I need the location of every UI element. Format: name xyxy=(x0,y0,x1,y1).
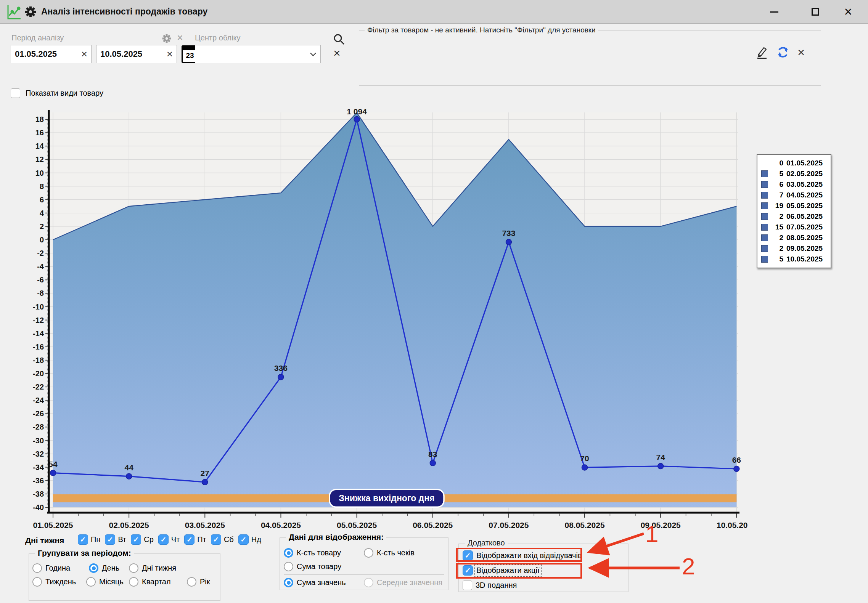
y-tick-label: -24 xyxy=(33,396,44,404)
radio-button[interactable] xyxy=(187,577,196,587)
radio-button[interactable] xyxy=(32,563,42,573)
settings-gear-icon[interactable] xyxy=(24,6,37,18)
date-from-clear-icon[interactable]: × xyxy=(81,50,87,58)
center-clear-icon[interactable]: × xyxy=(333,47,341,59)
radio-label: Сума товару xyxy=(297,562,341,571)
weekday-item[interactable]: ✓Пт xyxy=(184,534,206,545)
weekday-label: Вт xyxy=(118,535,126,544)
weekday-item[interactable]: ✓Нд xyxy=(238,534,261,545)
data-point-marker[interactable] xyxy=(278,374,284,380)
legend-date: 07.05.2025 xyxy=(786,223,823,231)
radio-option[interactable]: Година xyxy=(32,563,70,573)
show-product-types-row[interactable]: Показати види товару xyxy=(11,88,103,98)
radio-button[interactable] xyxy=(284,548,293,558)
radio-button[interactable] xyxy=(89,563,98,573)
date-to-clear-icon[interactable]: × xyxy=(167,50,173,58)
date-to-field[interactable]: 10.05.2025 × xyxy=(96,45,177,63)
data-point-marker[interactable] xyxy=(202,479,208,485)
radio-button[interactable] xyxy=(86,577,96,587)
radio-option[interactable]: Квартал xyxy=(129,577,171,587)
weekday-checkbox[interactable]: ✓ xyxy=(105,534,115,545)
legend-value: 2 xyxy=(771,244,783,253)
extra-option[interactable]: 3D подання xyxy=(463,580,517,590)
accounting-center-combo[interactable] xyxy=(195,45,321,63)
y-tick-label: 4 xyxy=(40,209,44,217)
data-point-marker[interactable] xyxy=(354,117,360,122)
y-tick-label: -14 xyxy=(33,329,44,338)
radio-option[interactable]: К-сть товару xyxy=(284,548,341,558)
data-point-marker[interactable] xyxy=(582,465,588,470)
legend-value: 7 xyxy=(771,191,783,199)
data-point-marker[interactable] xyxy=(506,239,511,245)
extra-checkbox[interactable] xyxy=(463,581,472,590)
data-point-marker[interactable] xyxy=(50,470,56,476)
radio-option[interactable]: Дні тижня xyxy=(129,563,176,573)
refresh-icon[interactable] xyxy=(776,45,790,59)
weekday-checkbox[interactable]: ✓ xyxy=(158,534,169,545)
y-tick-label: -26 xyxy=(33,409,44,418)
y-tick-label: -28 xyxy=(33,423,44,431)
radio-option[interactable]: День xyxy=(89,563,119,573)
minimize-button[interactable] xyxy=(762,0,786,24)
product-filter-groupbox: Фільтр за товаром - не активний. Натисні… xyxy=(359,30,821,86)
date-to-value: 10.05.2025 xyxy=(100,49,167,59)
edit-pencil-icon[interactable] xyxy=(755,45,768,59)
data-point-marker[interactable] xyxy=(658,463,664,469)
legend-value: 2 xyxy=(771,234,783,242)
period-settings-gear-icon[interactable] xyxy=(162,34,172,43)
weekday-item[interactable]: ✓Ср xyxy=(131,534,154,545)
y-tick-label: -10 xyxy=(33,303,44,311)
weekday-checkbox[interactable]: ✓ xyxy=(131,534,141,545)
radio-label: Місяць xyxy=(99,577,124,586)
radio-button[interactable] xyxy=(32,577,42,587)
data-point-marker[interactable] xyxy=(126,473,132,479)
sales-intensity-chart[interactable]: Знижка вихідного дня5444273361 094837337… xyxy=(23,107,747,530)
legend-row: 208.05.2025 xyxy=(761,233,828,243)
app-chart-icon xyxy=(6,4,21,20)
radio-button[interactable] xyxy=(364,548,373,558)
weekday-item[interactable]: ✓Пн xyxy=(78,534,100,545)
maximize-button[interactable] xyxy=(803,0,828,24)
annotation-rect-2 xyxy=(456,563,582,579)
radio-option[interactable]: Місяць xyxy=(86,577,124,587)
x-tick-label: 05.05.2025 xyxy=(337,521,377,529)
weekday-checkbox[interactable]: ✓ xyxy=(211,534,221,545)
display-data-title: Дані для відображення: xyxy=(286,532,386,542)
y-tick-label: 14 xyxy=(35,142,44,150)
radio-button[interactable] xyxy=(284,562,293,571)
show-product-types-label: Показати види товару xyxy=(26,89,103,98)
radio-button[interactable] xyxy=(129,577,138,587)
legend-square xyxy=(761,224,768,231)
period-clear-icon[interactable]: × xyxy=(177,32,183,44)
weekday-checkbox[interactable]: ✓ xyxy=(184,534,194,545)
weekday-item[interactable]: ✓Вт xyxy=(105,534,126,545)
filter-clear-icon[interactable]: × xyxy=(797,47,805,58)
close-button[interactable]: × xyxy=(836,0,860,24)
y-tick-label: -32 xyxy=(33,450,44,458)
data-point-marker[interactable] xyxy=(734,466,739,472)
radio-button xyxy=(364,578,373,587)
weekday-checkbox[interactable]: ✓ xyxy=(78,534,88,545)
data-point-label: 70 xyxy=(580,454,589,463)
weekday-item[interactable]: ✓Сб xyxy=(211,534,234,545)
weekday-checkbox[interactable]: ✓ xyxy=(238,534,249,545)
radio-option[interactable]: Рік xyxy=(187,577,210,587)
y-tick-label: -34 xyxy=(33,463,44,471)
search-icon[interactable] xyxy=(333,33,346,46)
radio-option[interactable]: Сума товару xyxy=(284,561,341,572)
legend-date: 09.05.2025 xyxy=(786,244,823,253)
date-from-field[interactable]: 01.05.2025 × xyxy=(11,45,92,63)
weekday-item[interactable]: ✓Чт xyxy=(158,534,180,545)
show-product-types-checkbox[interactable] xyxy=(11,88,20,98)
radio-button[interactable] xyxy=(129,563,138,573)
radio-option[interactable]: Сума значень xyxy=(284,577,346,588)
weekdays-checkbox-row: ✓Пн✓Вт✓Ср✓Чт✓Пт✓Сб✓Нд xyxy=(78,534,261,545)
y-tick-label: 10 xyxy=(35,169,44,177)
x-tick-label: 03.05.2025 xyxy=(185,521,225,529)
radio-option: Середне значення xyxy=(364,577,442,588)
radio-option[interactable]: К-сть чеків xyxy=(364,548,415,558)
radio-option[interactable]: Тиждень xyxy=(32,577,76,587)
radio-button[interactable] xyxy=(284,578,293,587)
data-point-marker[interactable] xyxy=(430,460,436,466)
y-tick-label: -2 xyxy=(37,249,44,257)
